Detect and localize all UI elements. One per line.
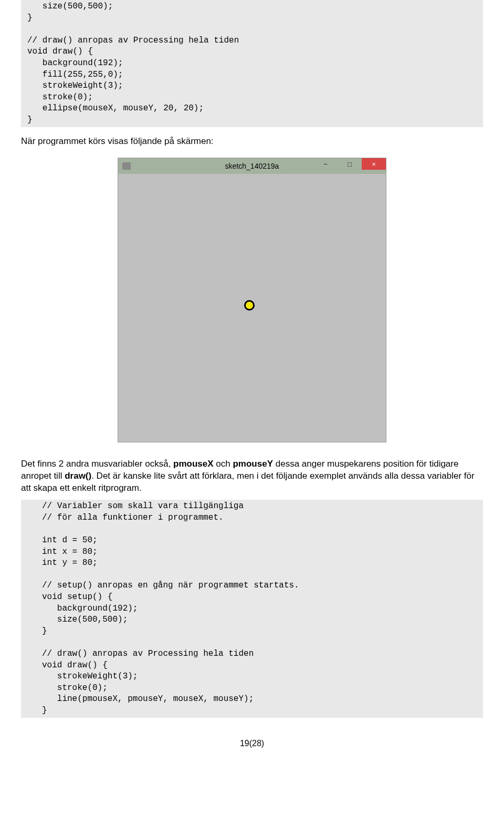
page-number: 19(28): [21, 739, 483, 748]
bold-draw: draw(): [65, 471, 91, 481]
titlebar: sketch_140219a − □ ×: [118, 158, 386, 174]
maximize-button[interactable]: □: [338, 158, 362, 170]
paragraph-2: Det finns 2 andra musvariabler också, pm…: [21, 458, 483, 494]
code-block-1: size(500,500); } // draw() anropas av Pr…: [21, 0, 483, 127]
bold-pmousey: pmouseY: [233, 459, 273, 469]
sketch-window: sketch_140219a − □ ×: [118, 158, 386, 442]
text-fragment: Det finns 2 andra musvariabler också,: [21, 459, 173, 469]
yellow-ellipse: [244, 300, 255, 311]
window-controls: − □ ×: [313, 158, 386, 174]
text-fragment: och: [214, 459, 233, 469]
intro-text: När programmet körs visas följande på sk…: [21, 136, 483, 148]
code-block-2: // Variabler som skall vara tillgängliga…: [21, 500, 483, 717]
canvas: [118, 174, 386, 442]
close-button[interactable]: ×: [362, 158, 386, 170]
minimize-button[interactable]: −: [313, 158, 338, 170]
bold-pmousex: pmouseX: [173, 459, 214, 469]
screenshot-container: sketch_140219a − □ ×: [21, 158, 483, 442]
